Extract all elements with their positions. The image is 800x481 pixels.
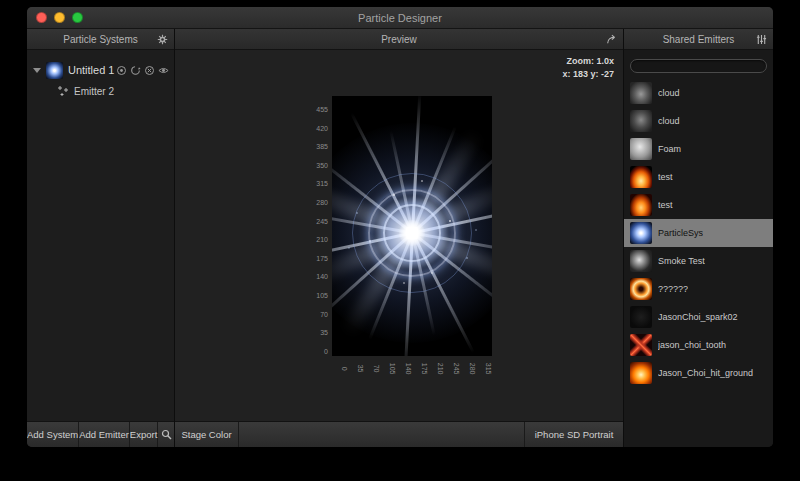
preview-panel: Preview Zoom: 1.0x x: 183 y: -27 455420 … — [175, 29, 623, 447]
add-emitter-button[interactable]: Add Emitter — [79, 422, 130, 447]
list-item[interactable]: jason_choi_tooth — [624, 331, 773, 359]
cursor-coordinates: x: 183 y: -27 — [562, 68, 614, 81]
emitter-name: ?????? — [658, 284, 688, 294]
window-title: Particle Designer — [27, 12, 773, 24]
left-bottom-bar: Add System Add Emitter Export — [27, 421, 174, 447]
emitter-label: Emitter 2 — [74, 86, 114, 97]
list-item-selected[interactable]: ParticleSys — [624, 219, 773, 247]
particle-systems-title: Particle Systems — [63, 34, 137, 45]
bottom-bar-spacer — [239, 422, 525, 447]
emitter-thumbnail — [630, 110, 652, 132]
list-item[interactable]: test — [624, 163, 773, 191]
particle-stage[interactable] — [332, 96, 492, 356]
systems-tree: Untitled 1 Emitter 2 — [27, 50, 174, 421]
close-window-button[interactable] — [36, 12, 47, 23]
emitter-sparkle-icon — [57, 85, 69, 97]
title-bar: Particle Designer — [27, 7, 773, 29]
viewport-readout: Zoom: 1.0x x: 183 y: -27 — [562, 55, 614, 80]
list-item[interactable]: cloud — [624, 107, 773, 135]
target-icon[interactable] — [116, 65, 127, 76]
search-input[interactable] — [630, 59, 767, 73]
app-window: Particle Designer Particle Systems Untit… — [27, 7, 773, 447]
emitter-name: Smoke Test — [658, 256, 705, 266]
particle-systems-header: Particle Systems — [27, 29, 174, 50]
filter-sliders-icon[interactable] — [755, 33, 768, 46]
list-item[interactable]: Smoke Test — [624, 247, 773, 275]
minimize-window-button[interactable] — [54, 12, 65, 23]
list-item[interactable]: cloud — [624, 79, 773, 107]
emitter-thumbnail — [630, 222, 652, 244]
refresh-icon[interactable] — [130, 65, 141, 76]
emitter-name: test — [658, 200, 673, 210]
preview-viewport[interactable]: Zoom: 1.0x x: 183 y: -27 455420 385350 3… — [175, 50, 623, 421]
system-thumbnail — [46, 62, 63, 79]
emitter-name: cloud — [658, 88, 680, 98]
emitter-name: Jason_Choi_hit_ground — [658, 368, 753, 378]
center-bottom-bar: Stage Color iPhone SD Portrait — [175, 421, 623, 447]
emitter-thumbnail — [630, 278, 652, 300]
export-options-button[interactable] — [158, 422, 174, 447]
zoom-level: Zoom: 1.0x — [562, 55, 614, 68]
emitter-name: JasonChoi_spark02 — [658, 312, 738, 322]
preview-header: Preview — [175, 29, 623, 50]
visibility-eye-icon[interactable] — [158, 65, 169, 76]
remove-icon[interactable] — [144, 65, 155, 76]
add-system-button[interactable]: Add System — [27, 422, 79, 447]
shared-emitters-panel: Shared Emitters cloud cloud — [623, 29, 773, 447]
emitter-name: Foam — [658, 144, 681, 154]
emitter-thumbnail — [630, 194, 652, 216]
tree-row-system[interactable]: Untitled 1 — [27, 59, 174, 81]
zoom-window-button[interactable] — [72, 12, 83, 23]
device-preset-button[interactable]: iPhone SD Portrait — [525, 422, 623, 447]
export-button[interactable]: Export — [130, 422, 158, 447]
magnifier-gear-icon — [161, 429, 172, 440]
stage-ruler-x: 035 70105 140175 210245 280315 — [332, 356, 492, 380]
emitter-thumbnail — [630, 166, 652, 188]
emitter-thumbnail — [630, 362, 652, 384]
stage-ruler-y: 455420 385350 315280 245210 175140 10570… — [306, 96, 332, 356]
list-item[interactable]: ?????? — [624, 275, 773, 303]
emitter-name: jason_choi_tooth — [658, 340, 726, 350]
preview-title: Preview — [381, 34, 417, 45]
emitter-name: test — [658, 172, 673, 182]
disclosure-triangle-icon[interactable] — [33, 68, 41, 73]
emitter-name: ParticleSys — [658, 228, 703, 238]
system-label: Untitled 1 — [68, 64, 114, 76]
list-item[interactable]: Jason_Choi_hit_ground — [624, 359, 773, 387]
emitter-thumbnail — [630, 82, 652, 104]
emitter-thumbnail — [630, 250, 652, 272]
emitter-thumbnail — [630, 138, 652, 160]
shared-emitters-header: Shared Emitters — [624, 29, 773, 50]
share-arrow-icon[interactable] — [605, 33, 618, 46]
emitter-name: cloud — [658, 116, 680, 126]
tree-row-emitter[interactable]: Emitter 2 — [27, 81, 174, 101]
particle-systems-panel: Particle Systems Untitled 1 — [27, 29, 175, 447]
emitter-thumbnail — [630, 334, 652, 356]
shared-emitters-title: Shared Emitters — [663, 34, 735, 45]
stage-block: 455420 385350 315280 245210 175140 10570… — [306, 96, 492, 380]
emitter-thumbnail — [630, 306, 652, 328]
shared-emitters-list: cloud cloud Foam test test — [624, 77, 773, 447]
stage-color-button[interactable]: Stage Color — [175, 422, 239, 447]
emitter-position-handle[interactable] — [406, 227, 418, 239]
list-item[interactable]: test — [624, 191, 773, 219]
settings-gear-icon[interactable] — [156, 33, 169, 46]
list-item[interactable]: Foam — [624, 135, 773, 163]
list-item[interactable]: JasonChoi_spark02 — [624, 303, 773, 331]
